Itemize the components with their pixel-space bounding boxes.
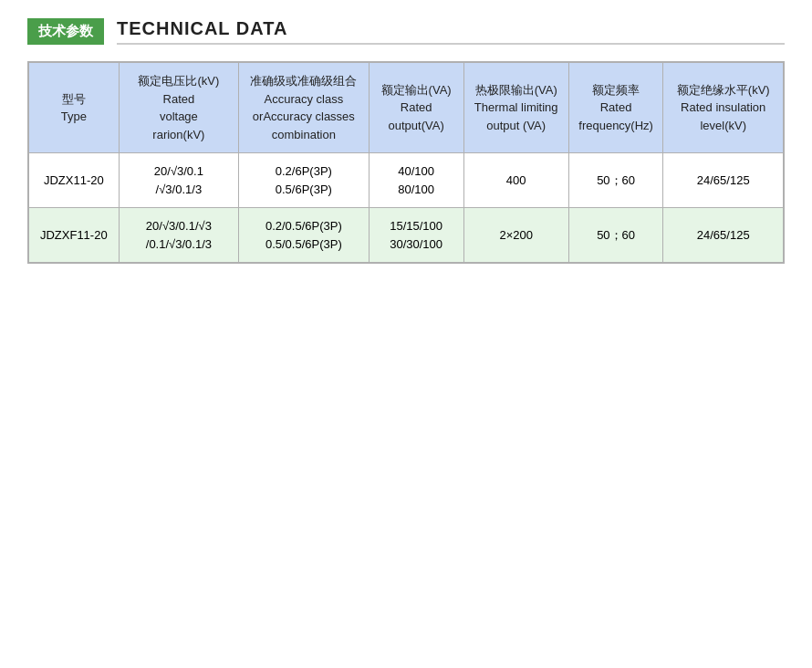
table-row: JDZX11-20 20/√3/0.1/√3/0.1/3 0.2/6P(3P)0… (29, 153, 784, 208)
cell-insulation: 24/65/125 (663, 153, 784, 208)
col-header-voltage: 额定电压比(kV) Rated voltage rarion(kV) (119, 63, 239, 153)
page-title: TECHNICAL DATA (117, 18, 785, 45)
table-header-row: 型号 Type 额定电压比(kV) Rated voltage rarion(k… (29, 63, 784, 153)
cell-thermal: 400 (463, 153, 568, 208)
col-header-thermal: 热极限输出(VA) Thermal limiting output (VA) (463, 63, 568, 153)
page-header: 技术参数 TECHNICAL DATA (27, 18, 785, 45)
cell-output: 40/10080/100 (369, 153, 463, 208)
cell-frequency: 50；60 (568, 208, 663, 263)
cell-voltage: 20/√3/0.1/√3/0.1/3 (119, 153, 239, 208)
cell-type: JDZX11-20 (29, 153, 120, 208)
cell-accuracy: 0.2/6P(3P)0.5/6P(3P) (239, 153, 369, 208)
cell-voltage: 20/√3/0.1/√3/0.1/√3/0.1/3 (119, 208, 239, 263)
cell-insulation: 24/65/125 (663, 208, 784, 263)
cell-output: 15/15/10030/30/100 (369, 208, 463, 263)
col-header-accuracy: 准确级或准确级组合 Accuracy class orAccuracy clas… (239, 63, 369, 153)
col-header-insulation: 额定绝缘水平(kV) Rated insulation level(kV) (663, 63, 784, 153)
cell-thermal: 2×200 (463, 208, 568, 263)
section-badge: 技术参数 (27, 18, 104, 45)
col-header-type: 型号 Type (29, 63, 120, 153)
cell-frequency: 50；60 (568, 153, 663, 208)
cell-accuracy: 0.2/0.5/6P(3P)0.5/0.5/6P(3P) (239, 208, 369, 263)
table-row: JDZXF11-20 20/√3/0.1/√3/0.1/√3/0.1/3 0.2… (29, 208, 784, 263)
cell-type: JDZXF11-20 (29, 208, 120, 263)
col-header-output: 额定输出(VA) Rated output(VA) (369, 63, 463, 153)
technical-data-table: 型号 Type 额定电压比(kV) Rated voltage rarion(k… (27, 61, 785, 264)
col-header-frequency: 额定频率 Rated frequency(Hz) (568, 63, 663, 153)
